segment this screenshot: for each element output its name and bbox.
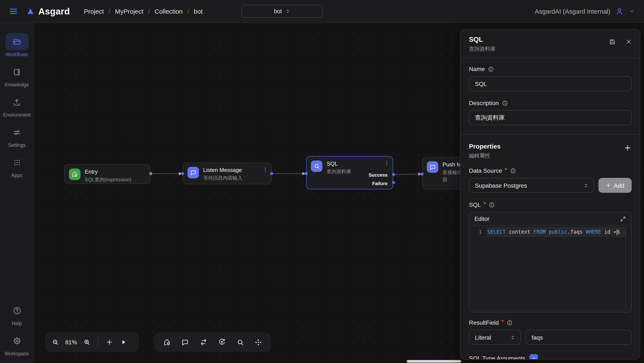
kebab-menu-icon[interactable] [262, 167, 268, 173]
name-value: SQL [475, 80, 487, 87]
name-input[interactable]: SQL [469, 76, 632, 91]
result-field-input[interactable]: faqs [526, 330, 632, 345]
description-label-row: Description [469, 100, 632, 106]
sidebar-item-apps[interactable]: Apps [5, 154, 28, 178]
search-tool-icon[interactable] [236, 338, 244, 346]
code-token: SELECT [487, 229, 509, 235]
data-source-row: Supabase Postgres Add [469, 178, 632, 193]
move-diamond-tool-icon[interactable] [254, 338, 262, 346]
breadcrumb-separator: / [188, 8, 189, 15]
message-node-tool-icon[interactable] [181, 338, 189, 346]
add-property-plus-icon[interactable] [624, 144, 632, 152]
required-asterisk: * [501, 318, 504, 325]
restart-pin-tool-icon[interactable] [218, 338, 226, 347]
info-icon[interactable] [510, 167, 516, 174]
select-updown-icon [583, 182, 589, 188]
panel-title: SQL [469, 36, 632, 43]
info-icon[interactable] [489, 202, 495, 208]
breadcrumb-collection[interactable]: Collection [154, 8, 183, 15]
sidebar-item-label: Help [12, 321, 22, 326]
sidebar-item-settings[interactable]: Settings [5, 124, 28, 148]
hamburger-menu-icon[interactable] [8, 6, 18, 16]
code-token: WHERE [586, 229, 604, 235]
node-listen-message[interactable]: Listen Message 等待訊息內容輸入 [183, 163, 272, 184]
code-token: faqs [570, 229, 586, 235]
expand-editor-icon[interactable] [620, 216, 626, 222]
breadcrumb-project[interactable]: Project [84, 8, 104, 15]
panel-subtitle: 查詢資料庫 [469, 45, 632, 53]
port-success[interactable]: Success [369, 172, 388, 177]
zoom-out-icon[interactable] [52, 338, 59, 346]
panel-actions [609, 38, 632, 45]
breadcrumb-bot[interactable]: bot [194, 8, 203, 15]
breadcrumb: Project / MyProject / Collection / bot [84, 8, 202, 15]
entry-house-plus-icon [69, 169, 80, 180]
port-failure[interactable]: Failure [372, 181, 388, 186]
result-field-type-select[interactable]: Literal [469, 330, 521, 345]
account-chevron-down-icon[interactable] [629, 8, 635, 14]
node-tools-toolbar [154, 332, 271, 352]
node-title: Entry [85, 169, 132, 176]
panel-body: Name SQL Description 查詢資料庫 Properties 編輯… [460, 65, 640, 360]
save-icon[interactable] [609, 38, 616, 45]
node-subtitle: 等待訊息內容輸入 [203, 175, 242, 182]
description-input[interactable]: 查詢資料庫 [469, 110, 632, 125]
sidebar-item-workspace[interactable]: Workspace [5, 332, 29, 356]
properties-subtitle: 編輯屬性 [469, 152, 500, 160]
plus-icon [606, 183, 611, 188]
code-token: context [509, 229, 534, 235]
help-icon [5, 302, 28, 319]
sidebar-item-label: Settings [8, 143, 26, 148]
editor-scrollbar-track[interactable] [625, 226, 626, 312]
sidebar-item-environment[interactable]: Environment [3, 94, 30, 117]
swap-arrows-tool-icon[interactable] [199, 338, 208, 347]
run-workflow-button[interactable] [120, 339, 127, 346]
add-data-source-button[interactable]: Add [598, 178, 632, 193]
sidebar-item-help[interactable]: Help [5, 302, 28, 326]
info-icon[interactable] [502, 100, 508, 106]
result-field-label: ResultField [469, 319, 499, 326]
app-logo[interactable]: Asgard [26, 6, 70, 16]
node-subtitle: 查詢資料庫 [327, 169, 351, 175]
sidebar-item-label: Workflows [6, 52, 28, 57]
node-text: SQL 查詢資料庫 [327, 160, 351, 175]
data-source-select[interactable]: Supabase Postgres [469, 178, 594, 193]
sidebar-item-workflows[interactable]: Workflows [5, 33, 28, 57]
folder-icon [5, 33, 28, 50]
sql-type-arguments-label: SQL Type Arguments [469, 355, 526, 360]
info-icon[interactable] [488, 66, 494, 72]
kebab-menu-icon[interactable] [384, 160, 390, 166]
zoom-in-icon[interactable] [83, 338, 91, 346]
workflow-select-dropdown[interactable]: bot [242, 5, 323, 18]
breadcrumb-separator: / [108, 8, 110, 15]
add-node-button[interactable] [106, 338, 113, 346]
add-sql-type-argument-button[interactable] [530, 354, 538, 360]
code-token: FROM [534, 229, 549, 235]
sidebar-item-label: Apps [11, 173, 22, 178]
canvas-horizontal-scrollbar[interactable] [407, 360, 461, 363]
sidebar-item-knowledge[interactable]: Knowledge [5, 63, 29, 87]
required-asterisk: * [505, 166, 507, 173]
sidebar-item-label: Environment [3, 112, 30, 117]
name-label-row: Name [469, 65, 632, 72]
workflow-select-value: bot [274, 8, 282, 14]
info-icon[interactable] [507, 319, 513, 326]
zoom-level: 81% [64, 339, 78, 346]
editor-body[interactable]: 1 SELECT context FROM public.faqs WHERE … [469, 226, 631, 312]
user-icon[interactable] [615, 7, 624, 16]
entry-node-tool-icon[interactable] [163, 338, 171, 347]
description-label: Description [469, 100, 499, 106]
name-label: Name [469, 65, 485, 72]
speech-bubble-icon [427, 161, 438, 173]
magnifier-icon [311, 160, 322, 172]
result-field-type-value: Literal [475, 334, 491, 341]
node-entry[interactable]: Entry SQL查詢(expression) [64, 164, 150, 184]
zoom-toolbar: 81% [45, 332, 139, 352]
breadcrumb-myproject[interactable]: MyProject [115, 8, 143, 15]
node-sql[interactable]: SQL 查詢資料庫 Success Failure [306, 156, 393, 189]
sidebar-item-label: Workspace [5, 351, 29, 356]
code-token: $ [617, 229, 620, 235]
required-asterisk: * [484, 200, 486, 207]
close-icon[interactable] [625, 38, 632, 45]
add-button-label: Add [614, 182, 624, 189]
